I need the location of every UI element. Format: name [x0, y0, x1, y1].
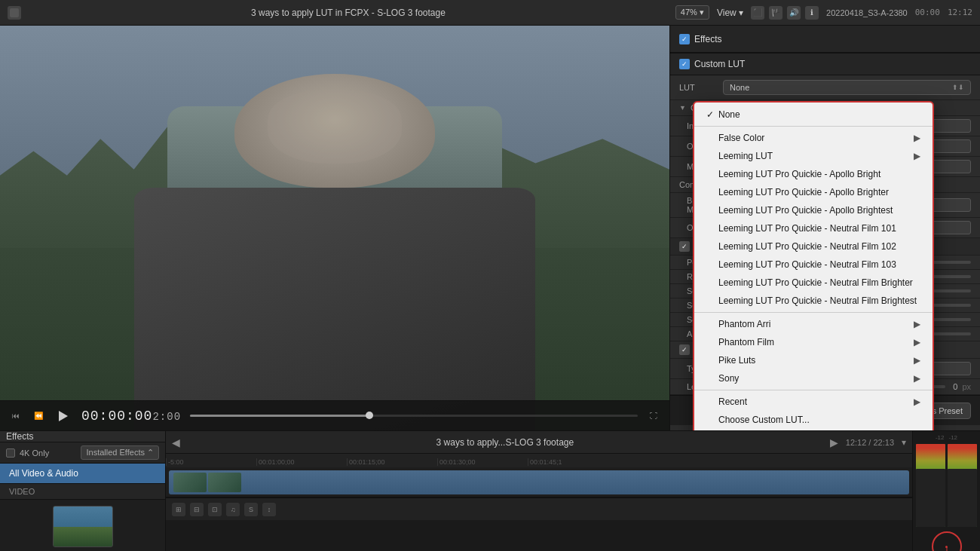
menu-item-sony[interactable]: ✓ Sony ▶ [694, 369, 933, 387]
timeline-zoom-out-icon[interactable]: ⊟ [190, 503, 204, 516]
timeline-dropdown-icon[interactable]: ▾ [902, 437, 906, 448]
effects-thumbnail-area [0, 500, 165, 551]
meter-label-left: -12 [936, 434, 945, 441]
menu-item-neutral-brightest[interactable]: ✓ Leeming LUT Pro Quickie - Neutral Film… [694, 292, 933, 310]
ruler-mark-0: -5:00 [166, 458, 256, 466]
menu-item-none[interactable]: ✓ None [694, 106, 933, 124]
meter-label-right: -12 [949, 434, 958, 441]
menu-item-apollo-bright[interactable]: ✓ Leeming LUT Pro Quickie - Apollo Brigh… [694, 165, 933, 183]
menu-item-apollo-brightest-label: Leeming LUT Pro Quickie - Apollo Brighte… [718, 205, 920, 216]
4k-only-checkbox[interactable] [6, 448, 15, 458]
play-icon [59, 411, 68, 421]
project-title: 3 ways to apply LUT in FCPX - S-LOG 3 fo… [29, 8, 668, 18]
menu-item-apollo-brighter-label: Leeming LUT Pro Quickie - Apollo Brighte… [718, 187, 920, 197]
view-button[interactable]: View ▾ [717, 8, 743, 18]
menu-item-phantom-film[interactable]: ✓ Phantom Film ▶ [694, 333, 933, 351]
top-bar-right: 47% ▾ View ▾ ⬛ 🏴 🔊 ℹ 20220418_S3-A-2380 … [675, 5, 972, 20]
crop-checkbox[interactable]: ✓ [679, 344, 690, 355]
menu-item-false-color-label: False Color [718, 133, 908, 143]
ruler-mark-4: 00:01:45;1 [528, 458, 618, 466]
menu-item-recent-label: Recent [718, 396, 908, 407]
menu-item-neutral-brighter[interactable]: ✓ Leeming LUT Pro Quickie - Neutral Film… [694, 274, 933, 292]
menu-item-recent[interactable]: ✓ Recent ▶ [694, 393, 933, 411]
fullscreen-icon[interactable]: ⛶ [647, 409, 660, 423]
left-value: 0 [953, 382, 957, 391]
menu-item-neutral-brightest-label: Leeming LUT Pro Quickie - Neutral Film B… [718, 295, 920, 306]
submenu-arrow-phantom-film: ▶ [914, 337, 920, 347]
menu-item-neutral-102[interactable]: ✓ Leeming LUT Pro Quickie - Neutral Film… [694, 237, 933, 256]
submenu-arrow-phantom-arri: ▶ [914, 319, 920, 329]
menu-item-choose-custom[interactable]: ✓ Choose Custom LUT... [694, 411, 933, 429]
rewind-icon[interactable]: ⏪ [32, 409, 45, 423]
menu-item-leeming-lut[interactable]: ✓ Leeming LUT ▶ [694, 147, 933, 165]
installed-effects-button[interactable]: Installed Effects ⌃ [81, 445, 159, 460]
submenu-arrow-icon-2: ▶ [914, 151, 920, 161]
export-icon[interactable]: ⬛ [751, 6, 764, 20]
meter-bar-right [948, 444, 977, 527]
checkmark-icon: ✓ [706, 109, 714, 120]
timeline-nav-prev[interactable]: ◀ [172, 436, 180, 448]
timeline-audio-icon[interactable]: ♫ [226, 503, 240, 516]
flag-icon[interactable]: 🏴 [769, 6, 782, 20]
submenu-arrow-sony: ▶ [914, 373, 920, 384]
effect-thumbnail [53, 506, 113, 547]
menu-item-apollo-brighter[interactable]: ✓ Leeming LUT Pro Quickie - Apollo Brigh… [694, 183, 933, 201]
info-icon[interactable]: ℹ [805, 6, 819, 20]
nav-item-all-video-audio[interactable]: All Video & Audio [0, 464, 165, 484]
spacer-icon: ✓ [706, 133, 714, 143]
lut-dropdown-menu: ✓ None ✓ False Color ▶ ✓ Leeming LUT [693, 101, 934, 430]
timeline-track [166, 467, 912, 497]
menu-item-neutral-103[interactable]: ✓ Leeming LUT Pro Quickie - Neutral Film… [694, 256, 933, 274]
effects-header: ✓ Effects [670, 26, 980, 53]
clip-thumbnail-1 [173, 473, 207, 492]
dropdown-arrows-icon: ⬆⬇ [952, 84, 964, 91]
menu-item-leeming-lut-label: Leeming LUT [718, 151, 908, 161]
zoom-level[interactable]: 47% ▾ [675, 5, 709, 20]
menu-item-sony-label: Sony [718, 373, 908, 384]
menu-item-apollo-brightest[interactable]: ✓ Leeming LUT Pro Quickie - Apollo Brigh… [694, 201, 933, 219]
clip-block[interactable] [169, 470, 909, 494]
convert-arrow-icon[interactable]: ▼ [679, 104, 686, 112]
lut-row: LUT None ⬆⬇ ✓ None ✓ [670, 75, 980, 100]
nav-item-video: VIDEO [0, 484, 165, 500]
audio-icon[interactable]: 🔊 [787, 6, 801, 20]
effects-sidebar-title: Effects [6, 431, 33, 442]
timeline-fit-icon[interactable]: ⊡ [208, 503, 222, 516]
timeline-nav-next[interactable]: ▶ [830, 436, 838, 448]
custom-lut-checkbox[interactable]: ✓ [679, 59, 690, 69]
clip-thumbnail-2 [208, 473, 241, 492]
ruler-mark-3: 00:01:30;00 [437, 458, 528, 466]
lut-dropdown-button[interactable]: None ⬆⬇ [723, 80, 971, 95]
menu-item-neutral-brighter-label: Leeming LUT Pro Quickie - Neutral Film B… [718, 277, 920, 288]
right-panel: ✓ Effects ✓ Custom LUT LUT None ⬆⬇ ✓ [669, 26, 980, 430]
menu-item-choose-custom-label: Choose Custom LUT... [718, 415, 920, 425]
meter-level-right [948, 469, 977, 527]
menu-item-pike-luts[interactable]: ✓ Pike Luts ▶ [694, 351, 933, 369]
menu-item-false-color[interactable]: ✓ False Color ▶ [694, 129, 933, 147]
menu-item-apollo-bright-label: Leeming LUT Pro Quickie - Apollo Bright [718, 169, 920, 179]
progress-bar[interactable] [190, 415, 638, 417]
submenu-arrow-pike: ▶ [914, 355, 920, 366]
meter-level-left [916, 469, 945, 527]
menu-item-neutral-101[interactable]: ✓ Leeming LUT Pro Quickie - Neutral Film… [694, 219, 933, 237]
timeline-expand-icon[interactable]: ↕ [262, 503, 276, 516]
top-bar-left-icons [8, 6, 21, 20]
skip-back-icon[interactable]: ⏮ [9, 409, 23, 423]
timeline-solo-icon[interactable]: S [244, 503, 258, 516]
timeline-ruler: -5:00 00:01:00;00 00:01:15;00 00:01:30;0… [166, 454, 912, 467]
transform-checkbox[interactable]: ✓ [679, 241, 690, 252]
timeline-zoom-in-icon[interactable]: ⊞ [172, 503, 185, 516]
top-bar: 3 ways to apply LUT in FCPX - S-LOG 3 fo… [0, 0, 980, 26]
effects-title: Effects [694, 34, 721, 44]
menu-item-pike-luts-label: Pike Luts [718, 355, 908, 366]
svg-rect-0 [10, 8, 19, 17]
play-button[interactable] [54, 407, 72, 425]
menu-item-none-label: None [718, 109, 920, 120]
menu-item-phantom-arri[interactable]: ✓ Phantom Arri ▶ [694, 315, 933, 333]
clock-center [945, 546, 948, 548]
effects-checkbox[interactable]: ✓ [679, 34, 690, 44]
timeline-timecodes: 12:12 / 22:13 [846, 438, 894, 447]
audio-meters: -12 -12 [912, 431, 980, 551]
timeline-nav: ◀ 3 ways to apply...S-LOG 3 footage ▶ 12… [166, 431, 912, 454]
timecode-left: 00:00 [915, 8, 940, 17]
